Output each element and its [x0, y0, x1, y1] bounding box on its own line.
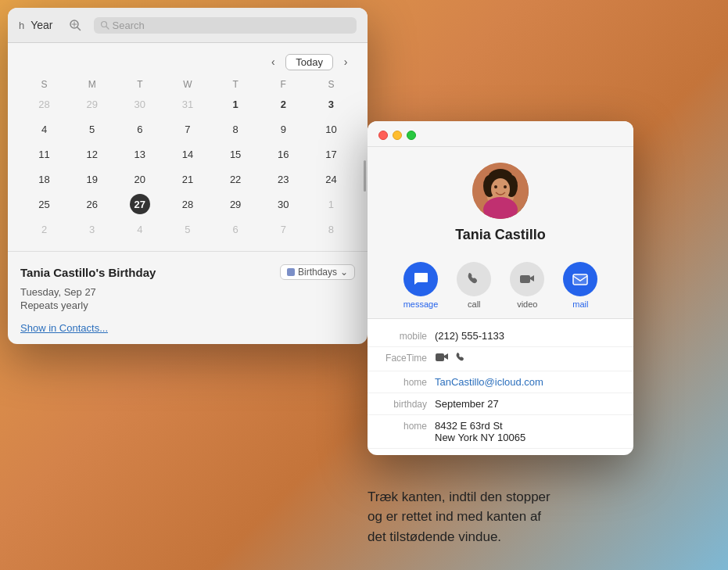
toolbar-nav-label: h [19, 20, 24, 31]
field-mobile: mobile (212) 555-1133 [368, 325, 633, 347]
avatar [472, 163, 529, 219]
calendar-day-cell[interactable]: 26 [68, 192, 116, 217]
facetime-phone-icon[interactable] [455, 352, 466, 366]
video-button[interactable]: video [510, 262, 544, 309]
facetime-video-icon[interactable] [435, 352, 449, 366]
calendar-day-cell[interactable]: 8 [307, 217, 355, 242]
calendar-week-row: 45678910 [20, 117, 355, 142]
field-label-birthday: birthday [380, 398, 435, 410]
message-button[interactable]: message [403, 262, 439, 309]
field-address: home 8432 E 63rd StNew York NY 10065 [368, 415, 633, 449]
calendar-day-cell[interactable]: 1 [307, 192, 355, 217]
calendar-body-rows: 2829303112345678910111213141516171819202… [20, 91, 355, 242]
calendar-day-cell[interactable]: 9 [260, 117, 307, 142]
calendar-day-cell[interactable]: 22 [212, 167, 260, 192]
show-contacts-link[interactable]: Show in Contacts... [20, 322, 108, 334]
search-field[interactable]: Search [94, 17, 357, 34]
field-value-address: 8432 E 63rd StNew York NY 10065 [435, 420, 621, 443]
calendar-header-row: SMTWTFS [20, 77, 355, 91]
calendar-day-cell[interactable]: 30 [260, 192, 307, 217]
calendar-day-cell[interactable]: 29 [212, 192, 260, 217]
contacts-window: Tania Castillo message call [368, 121, 633, 455]
calendar-day-cell[interactable]: 18 [20, 167, 68, 192]
search-placeholder: Search [113, 20, 145, 31]
calendar-day-cell[interactable]: 3 [68, 217, 116, 242]
mail-icon [563, 262, 597, 296]
close-button[interactable] [378, 131, 388, 140]
calendar-day-cell[interactable]: 7 [163, 117, 211, 142]
calendar-day-cell[interactable]: 15 [212, 142, 260, 167]
calendar-day-cell[interactable]: 25 [20, 192, 68, 217]
mail-button[interactable]: mail [563, 262, 597, 309]
badge-dot [287, 268, 295, 276]
calendar-day-cell[interactable]: 16 [260, 142, 307, 167]
calendar-day-cell[interactable]: 4 [116, 217, 163, 242]
contact-header: Tania Castillo [368, 147, 633, 253]
calendar-day-cell[interactable]: 23 [260, 167, 307, 192]
call-label: call [468, 299, 481, 309]
calendar-day-cell[interactable]: 27 [116, 192, 163, 217]
calendar-day-cell[interactable]: 31 [163, 91, 211, 117]
svg-point-14 [504, 185, 507, 188]
today-button[interactable]: Today [285, 54, 333, 70]
calendar-badge[interactable]: Birthdays ⌄ [280, 264, 355, 280]
next-month-button[interactable]: › [336, 52, 355, 71]
svg-point-13 [494, 185, 497, 188]
calendar-week-row: 2526272829301 [20, 192, 355, 217]
badge-label: Birthdays [298, 267, 337, 278]
calendar-day-cell[interactable]: 21 [163, 167, 211, 192]
event-title: Tania Castillo's Birthday [20, 266, 156, 279]
field-value-mobile[interactable]: (212) 555-1133 [435, 330, 621, 342]
calendar-day-cell[interactable]: 7 [260, 217, 307, 242]
calendar-day-cell[interactable]: 10 [307, 117, 355, 142]
calendar-day-cell[interactable]: 13 [116, 142, 163, 167]
message-label: message [403, 299, 439, 309]
calendar-day-cell[interactable]: 8 [212, 117, 260, 142]
calendar-day-cell[interactable]: 1 [212, 91, 260, 117]
calendar-day-cell[interactable]: 29 [68, 91, 116, 117]
weekday-header: S [20, 77, 68, 91]
calendar-day-cell[interactable]: 12 [68, 142, 116, 167]
calendar-day-cell[interactable]: 14 [163, 142, 211, 167]
svg-point-4 [101, 22, 106, 27]
spotlight-icon[interactable] [66, 16, 84, 34]
calendar-day-cell[interactable]: 11 [20, 142, 68, 167]
calendar-day-cell[interactable]: 5 [68, 117, 116, 142]
calendar-day-cell[interactable]: 24 [307, 167, 355, 192]
event-repeat: Repeats yearly [20, 299, 355, 311]
message-icon [403, 262, 438, 296]
facetime-icons [435, 352, 466, 366]
weekday-header: F [260, 77, 307, 91]
caption-line2: og er rettet ind med kanten af [368, 509, 541, 524]
badge-chevron: ⌄ [340, 267, 348, 278]
svg-rect-16 [520, 275, 530, 283]
weekday-header: T [116, 77, 163, 91]
call-icon [457, 262, 491, 296]
maximize-button[interactable] [407, 131, 416, 140]
minimize-button[interactable] [393, 131, 402, 140]
calendar-day-cell[interactable]: 2 [260, 91, 307, 117]
calendar-day-cell[interactable]: 28 [20, 91, 68, 117]
field-label-facetime: FaceTime [380, 352, 435, 364]
calendar-day-cell[interactable]: 3 [307, 91, 355, 117]
calendar-body: ‹ Today › SMTWTFS 2829303112345678910111… [8, 43, 368, 251]
calendar-day-cell[interactable]: 2 [20, 217, 68, 242]
event-section: Tania Castillo's Birthday Birthdays ⌄ Tu… [8, 251, 368, 344]
resize-handle[interactable] [361, 152, 368, 199]
field-label-mobile: mobile [380, 330, 435, 342]
contact-actions: message call video [368, 253, 633, 319]
calendar-day-cell[interactable]: 6 [212, 217, 260, 242]
prev-month-button[interactable]: ‹ [264, 52, 282, 71]
calendar-day-cell[interactable]: 28 [163, 192, 211, 217]
calendar-day-cell[interactable]: 17 [307, 142, 355, 167]
field-label-home: home [380, 376, 435, 388]
calendar-day-cell[interactable]: 6 [116, 117, 163, 142]
calendar-day-cell[interactable]: 30 [116, 91, 163, 117]
calendar-day-cell[interactable]: 5 [163, 217, 211, 242]
toolbar-year[interactable]: Year [30, 19, 52, 31]
call-button[interactable]: call [457, 262, 491, 309]
calendar-day-cell[interactable]: 19 [68, 167, 116, 192]
calendar-day-cell[interactable]: 20 [116, 167, 163, 192]
field-value-email[interactable]: TanCastillo@icloud.com [435, 376, 621, 388]
calendar-day-cell[interactable]: 4 [20, 117, 68, 142]
